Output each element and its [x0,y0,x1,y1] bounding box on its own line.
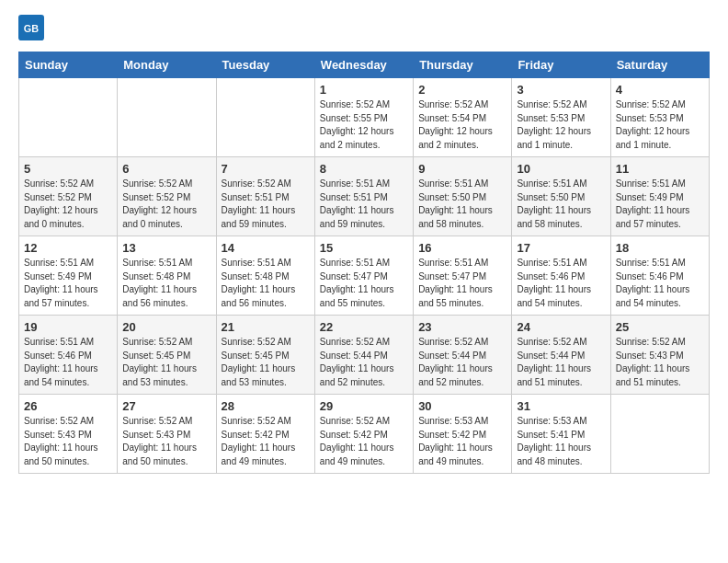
day-number: 19 [24,320,112,334]
day-number: 6 [122,162,210,176]
day-number: 27 [122,399,210,413]
day-info: Sunrise: 5:52 AM Sunset: 5:44 PM Dayligh… [320,336,408,389]
day-number: 23 [418,320,506,334]
day-cell: 3Sunrise: 5:52 AM Sunset: 5:53 PM Daylig… [512,78,610,157]
day-info: Sunrise: 5:51 AM Sunset: 5:46 PM Dayligh… [616,257,704,310]
week-row-2: 5Sunrise: 5:52 AM Sunset: 5:52 PM Daylig… [19,157,710,236]
day-info: Sunrise: 5:51 AM Sunset: 5:50 PM Dayligh… [418,178,506,231]
day-number: 15 [320,241,408,255]
day-cell: 10Sunrise: 5:51 AM Sunset: 5:50 PM Dayli… [512,157,610,236]
header-monday: Monday [118,52,216,78]
day-cell: 16Sunrise: 5:51 AM Sunset: 5:47 PM Dayli… [414,236,512,316]
day-info: Sunrise: 5:51 AM Sunset: 5:48 PM Dayligh… [122,257,210,310]
day-info: Sunrise: 5:52 AM Sunset: 5:45 PM Dayligh… [222,336,310,389]
day-cell: 21Sunrise: 5:52 AM Sunset: 5:45 PM Dayli… [216,316,314,395]
logo: GB [18,15,48,40]
day-info: Sunrise: 5:52 AM Sunset: 5:42 PM Dayligh… [320,415,408,468]
day-cell [216,78,314,157]
day-cell: 9Sunrise: 5:51 AM Sunset: 5:50 PM Daylig… [414,157,512,236]
day-info: Sunrise: 5:52 AM Sunset: 5:53 PM Dayligh… [517,98,605,152]
day-cell: 29Sunrise: 5:52 AM Sunset: 5:42 PM Dayli… [314,395,413,474]
day-cell: 24Sunrise: 5:52 AM Sunset: 5:44 PM Dayli… [512,316,610,395]
day-info: Sunrise: 5:51 AM Sunset: 5:49 PM Dayligh… [616,178,704,231]
day-info: Sunrise: 5:53 AM Sunset: 5:42 PM Dayligh… [418,415,506,468]
day-cell: 8Sunrise: 5:51 AM Sunset: 5:51 PM Daylig… [314,157,413,236]
day-info: Sunrise: 5:53 AM Sunset: 5:41 PM Dayligh… [517,415,605,468]
week-row-1: 1Sunrise: 5:52 AM Sunset: 5:55 PM Daylig… [19,78,710,157]
week-row-5: 26Sunrise: 5:52 AM Sunset: 5:43 PM Dayli… [19,395,710,474]
day-number: 8 [320,162,408,176]
day-number: 20 [122,320,210,334]
day-cell: 25Sunrise: 5:52 AM Sunset: 5:43 PM Dayli… [610,316,709,395]
day-number: 26 [24,399,112,413]
day-number: 29 [320,399,408,413]
day-cell: 20Sunrise: 5:52 AM Sunset: 5:45 PM Dayli… [118,316,216,395]
day-number: 11 [616,162,704,176]
day-number: 16 [418,241,506,255]
day-info: Sunrise: 5:52 AM Sunset: 5:43 PM Dayligh… [122,415,210,468]
day-number: 10 [517,162,605,176]
day-cell: 14Sunrise: 5:51 AM Sunset: 5:48 PM Dayli… [216,236,314,316]
day-cell: 13Sunrise: 5:51 AM Sunset: 5:48 PM Dayli… [118,236,216,316]
day-info: Sunrise: 5:52 AM Sunset: 5:51 PM Dayligh… [222,178,310,231]
day-number: 2 [418,83,506,97]
week-row-4: 19Sunrise: 5:51 AM Sunset: 5:46 PM Dayli… [19,316,710,395]
day-cell: 7Sunrise: 5:52 AM Sunset: 5:51 PM Daylig… [216,157,314,236]
calendar-header-row: SundayMondayTuesdayWednesdayThursdayFrid… [19,52,710,78]
page-header: GB [18,15,710,40]
day-info: Sunrise: 5:52 AM Sunset: 5:44 PM Dayligh… [517,336,605,389]
day-number: 30 [418,399,506,413]
header-friday: Friday [512,52,610,78]
day-info: Sunrise: 5:52 AM Sunset: 5:45 PM Dayligh… [122,336,210,389]
day-cell [19,78,118,157]
day-number: 4 [616,83,704,97]
day-number: 13 [122,241,210,255]
day-number: 21 [222,320,310,334]
header-wednesday: Wednesday [314,52,413,78]
day-info: Sunrise: 5:52 AM Sunset: 5:42 PM Dayligh… [222,415,310,468]
calendar-table: SundayMondayTuesdayWednesdayThursdayFrid… [18,52,710,474]
day-cell: 26Sunrise: 5:52 AM Sunset: 5:43 PM Dayli… [19,395,118,474]
day-number: 14 [222,241,310,255]
day-info: Sunrise: 5:51 AM Sunset: 5:51 PM Dayligh… [320,178,408,231]
day-cell: 2Sunrise: 5:52 AM Sunset: 5:54 PM Daylig… [414,78,512,157]
day-info: Sunrise: 5:51 AM Sunset: 5:47 PM Dayligh… [418,257,506,310]
day-number: 18 [616,241,704,255]
header-sunday: Sunday [19,52,118,78]
day-info: Sunrise: 5:52 AM Sunset: 5:53 PM Dayligh… [616,98,704,152]
day-cell: 19Sunrise: 5:51 AM Sunset: 5:46 PM Dayli… [19,316,118,395]
day-number: 28 [222,399,310,413]
day-cell: 1Sunrise: 5:52 AM Sunset: 5:55 PM Daylig… [314,78,413,157]
logo-icon: GB [18,15,44,40]
day-info: Sunrise: 5:52 AM Sunset: 5:43 PM Dayligh… [616,336,704,389]
day-cell: 4Sunrise: 5:52 AM Sunset: 5:53 PM Daylig… [610,78,709,157]
day-info: Sunrise: 5:52 AM Sunset: 5:55 PM Dayligh… [320,98,408,152]
day-cell: 23Sunrise: 5:52 AM Sunset: 5:44 PM Dayli… [414,316,512,395]
day-info: Sunrise: 5:51 AM Sunset: 5:48 PM Dayligh… [222,257,310,310]
day-number: 12 [24,241,112,255]
day-cell: 15Sunrise: 5:51 AM Sunset: 5:47 PM Dayli… [314,236,413,316]
day-number: 22 [320,320,408,334]
day-info: Sunrise: 5:51 AM Sunset: 5:46 PM Dayligh… [24,336,112,389]
day-number: 9 [418,162,506,176]
header-tuesday: Tuesday [216,52,314,78]
day-cell: 5Sunrise: 5:52 AM Sunset: 5:52 PM Daylig… [19,157,118,236]
day-cell: 30Sunrise: 5:53 AM Sunset: 5:42 PM Dayli… [414,395,512,474]
day-info: Sunrise: 5:52 AM Sunset: 5:43 PM Dayligh… [24,415,112,468]
day-cell: 27Sunrise: 5:52 AM Sunset: 5:43 PM Dayli… [118,395,216,474]
day-cell: 18Sunrise: 5:51 AM Sunset: 5:46 PM Dayli… [610,236,709,316]
day-cell: 11Sunrise: 5:51 AM Sunset: 5:49 PM Dayli… [610,157,709,236]
day-number: 31 [517,399,605,413]
day-cell: 28Sunrise: 5:52 AM Sunset: 5:42 PM Dayli… [216,395,314,474]
day-info: Sunrise: 5:51 AM Sunset: 5:47 PM Dayligh… [320,257,408,310]
day-cell [610,395,709,474]
day-info: Sunrise: 5:52 AM Sunset: 5:52 PM Dayligh… [122,178,210,231]
day-number: 25 [616,320,704,334]
day-cell [118,78,216,157]
header-saturday: Saturday [610,52,709,78]
day-info: Sunrise: 5:52 AM Sunset: 5:52 PM Dayligh… [24,178,112,231]
day-number: 24 [517,320,605,334]
day-info: Sunrise: 5:51 AM Sunset: 5:46 PM Dayligh… [517,257,605,310]
day-cell: 22Sunrise: 5:52 AM Sunset: 5:44 PM Dayli… [314,316,413,395]
week-row-3: 12Sunrise: 5:51 AM Sunset: 5:49 PM Dayli… [19,236,710,316]
